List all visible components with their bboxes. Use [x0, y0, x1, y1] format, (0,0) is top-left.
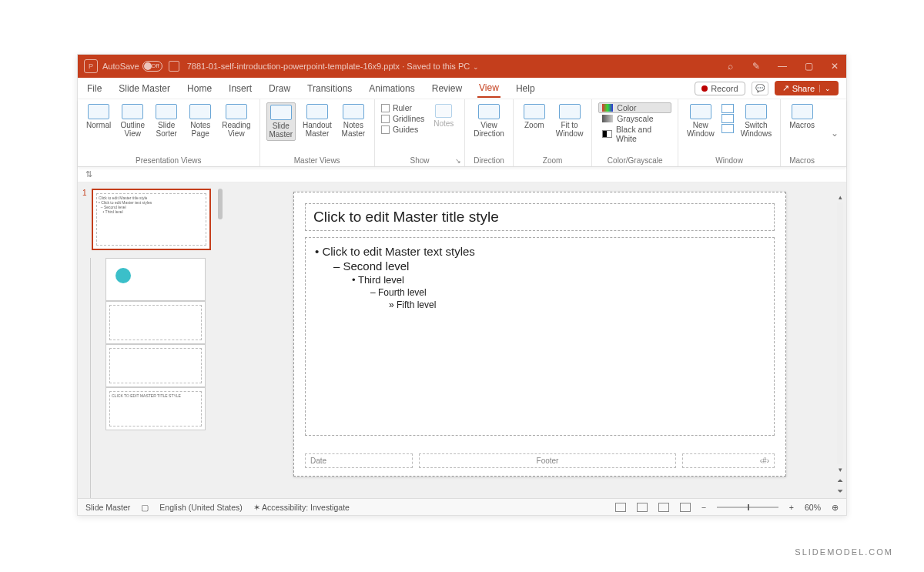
slide-master-icon [270, 105, 292, 120]
zoom-level[interactable]: 60% [805, 503, 821, 512]
bw-swatch-icon [602, 130, 612, 138]
zoom-button[interactable]: Zoom [520, 102, 549, 131]
status-accessibility[interactable]: ✶ Accessibility: Investigate [253, 503, 350, 512]
close-icon[interactable]: ✕ [829, 61, 840, 72]
save-icon[interactable] [169, 61, 179, 72]
tab-transitions[interactable]: Transitions [306, 80, 353, 97]
macros-icon [792, 104, 813, 119]
slide-canvas-area[interactable]: Click to edit Master title style Click t… [224, 182, 846, 498]
slideshow-view-icon[interactable] [680, 503, 691, 512]
thumbnail-pane[interactable]: 1 Click to edit Master title style• Clic… [78, 182, 224, 498]
sorter-icon [156, 104, 177, 119]
slide-master-button[interactable]: Slide Master [266, 102, 296, 141]
display-settings-icon[interactable]: ▢ [141, 503, 149, 512]
group-macros: Macros Macros [781, 99, 823, 166]
arrange-all-icon[interactable] [721, 104, 734, 113]
guides-checkbox[interactable]: Guides [381, 124, 424, 135]
tab-review[interactable]: Review [430, 80, 464, 97]
ruler-checkbox[interactable]: Ruler [381, 102, 424, 113]
layout-thumbnail[interactable] [105, 344, 206, 387]
color-swatch-icon [602, 104, 613, 112]
reading-view-icon[interactable] [658, 503, 669, 512]
normal-view-icon[interactable] [615, 503, 626, 512]
new-window-button[interactable]: New Window [685, 102, 717, 139]
status-language[interactable]: English (United States) [159, 503, 242, 512]
tab-draw[interactable]: Draw [267, 80, 292, 97]
minimize-icon[interactable]: — [777, 61, 788, 72]
date-placeholder[interactable]: Date [305, 453, 413, 468]
checkbox-icon [381, 125, 390, 134]
macros-button[interactable]: Macros [787, 102, 817, 131]
body-placeholder[interactable]: Click to edit Master text styles Second … [305, 237, 775, 436]
share-button[interactable]: ↗Share⌄ [775, 81, 839, 95]
maximize-icon[interactable]: ▢ [803, 61, 814, 72]
autosave-toggle[interactable]: AutoSave [102, 61, 162, 72]
black-white-button[interactable]: Black and White [598, 124, 671, 144]
outline-view-button[interactable]: Outline View [118, 102, 147, 139]
grayscale-swatch-icon [602, 115, 613, 122]
chevron-down-icon[interactable]: ⌄ [819, 85, 831, 92]
grayscale-button[interactable]: Grayscale [598, 113, 671, 124]
fit-window-button[interactable]: Fit to Window [554, 102, 586, 139]
master-thumbnail[interactable]: Click to edit Master title style• Click … [92, 189, 211, 250]
zoom-icon [524, 104, 545, 119]
notes-page-icon [189, 104, 211, 119]
tab-view[interactable]: View [477, 79, 500, 98]
tab-home[interactable]: Home [186, 80, 213, 97]
vertical-scrollbar[interactable]: ▴ ▾ ⏶ ⏷ [837, 192, 843, 497]
tab-insert[interactable]: Insert [227, 80, 253, 97]
record-button[interactable]: Record [695, 82, 745, 95]
scroll-up-icon[interactable]: ▴ [837, 192, 843, 202]
group-show: Ruler Gridlines Guides Notes Show↘ [375, 99, 465, 166]
handout-master-button[interactable]: Handout Master [300, 102, 334, 139]
app-icon: P [84, 59, 98, 73]
dialog-launcher-icon[interactable]: ↘ [455, 157, 461, 165]
ribbon: Normal Outline View Slide Sorter Notes P… [78, 99, 846, 167]
layout-thumbnail[interactable] [105, 301, 206, 344]
fit-to-window-icon[interactable]: ⊕ [832, 503, 839, 512]
watermark: SLIDEMODEL.COM [795, 547, 893, 557]
tab-file[interactable]: File [85, 80, 103, 97]
notes-master-button[interactable]: Notes Master [339, 102, 368, 139]
share-icon: ↗ [782, 83, 789, 93]
notes-page-button[interactable]: Notes Page [186, 102, 215, 139]
next-slide-icon[interactable]: ⏷ [837, 486, 843, 497]
scroll-down-icon[interactable]: ▾ [837, 464, 843, 475]
outline-icon [122, 104, 143, 119]
color-button[interactable]: Color [598, 102, 671, 113]
layout-thumbnail[interactable] [105, 258, 206, 301]
scrollbar-thumb[interactable] [218, 189, 223, 219]
thumb-number: 1 [82, 189, 89, 250]
zoom-out-icon[interactable]: − [701, 503, 706, 512]
move-split-icon[interactable] [721, 124, 734, 133]
cascade-icon[interactable] [721, 114, 734, 123]
slide-sorter-button[interactable]: Slide Sorter [152, 102, 181, 139]
normal-button[interactable]: Normal [84, 102, 113, 131]
reading-view-button[interactable]: Reading View [219, 102, 253, 139]
gridlines-checkbox[interactable]: Gridlines [381, 113, 424, 124]
zoom-in-icon[interactable]: + [789, 503, 794, 512]
direction-icon [478, 104, 500, 119]
fit-icon [559, 104, 581, 119]
tab-help[interactable]: Help [514, 80, 537, 97]
toggle-off-icon[interactable] [142, 61, 162, 72]
layout-thumbnail[interactable]: CLICK TO EDIT MASTER TITLE STYLE [105, 387, 206, 430]
sorter-view-icon[interactable] [637, 503, 648, 512]
tab-slide-master[interactable]: Slide Master [117, 80, 172, 97]
collapse-ribbon-chevron-icon[interactable]: ⌄ [823, 99, 846, 166]
tab-animations[interactable]: Animations [367, 80, 416, 97]
zoom-slider[interactable] [717, 507, 778, 508]
comments-icon[interactable]: 💬 [752, 82, 768, 95]
footer-placeholder[interactable]: Footer [419, 453, 676, 468]
document-title[interactable]: 7881-01-self-introduction-powerpoint-tem… [187, 62, 479, 71]
slide-number-placeholder[interactable]: ‹#› [682, 453, 775, 468]
search-icon[interactable]: ⌕ [725, 61, 735, 72]
switch-windows-button[interactable]: Switch Windows [738, 102, 775, 139]
title-placeholder[interactable]: Click to edit Master title style [305, 203, 775, 231]
view-direction-button[interactable]: View Direction [471, 102, 506, 139]
status-mode[interactable]: Slide Master [85, 503, 130, 512]
prev-slide-icon[interactable]: ⏶ [837, 475, 843, 486]
pen-icon[interactable]: ✎ [751, 61, 762, 72]
qat-dropdown-icon[interactable]: ⇅ [85, 169, 92, 179]
master-slide-canvas[interactable]: Click to edit Master title style Click t… [293, 192, 786, 477]
